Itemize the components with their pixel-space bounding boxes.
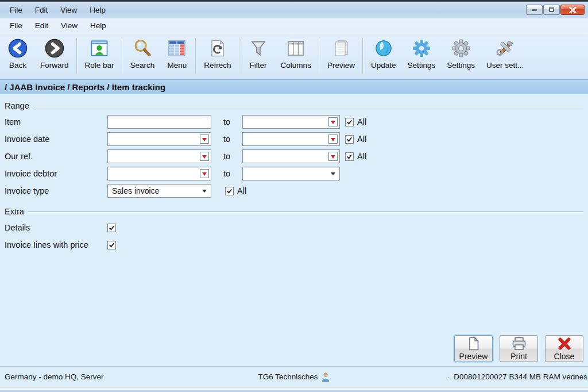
menu-file[interactable]: File (3, 2, 29, 18)
invoice-lines-checkbox[interactable] (107, 241, 116, 249)
menu-help[interactable]: Help (84, 18, 113, 33)
our-ref-row: Our ref. to All (5, 149, 583, 163)
extra-section-header: Extra (5, 206, 583, 217)
toolbar-separator (319, 38, 320, 74)
invoice-date-to-input[interactable] (242, 132, 340, 146)
toolbar-separator (239, 38, 240, 74)
menu-fdit[interactable]: Fdit (29, 2, 55, 18)
field-label: Invoice type (5, 186, 107, 195)
menu-edit[interactable]: Edit (29, 18, 55, 33)
section-divider (33, 106, 583, 106)
update-button[interactable]: Update (365, 36, 402, 75)
gray-gear-icon (450, 37, 472, 59)
section-title: Range (5, 101, 29, 110)
close-button[interactable]: Close (545, 335, 583, 362)
toolbar-label: Preview (327, 61, 355, 70)
invoice-debtor-to-dropdown[interactable] (242, 167, 340, 180)
check-icon (346, 119, 353, 125)
invoice-type-dropdown[interactable]: Sales invoice (107, 184, 211, 198)
app-window: File Fdit View Help File Edit View (0, 0, 588, 392)
field-label: Invoice date (5, 134, 107, 144)
item-to-input[interactable] (242, 115, 340, 129)
maximize-button[interactable] (543, 5, 560, 15)
titlebar: File Fdit View Help (0, 2, 588, 18)
magnifier-icon (131, 37, 153, 59)
printer-icon (512, 337, 527, 351)
minimize-dash-icon (532, 9, 537, 11)
forward-button[interactable]: Forward (34, 36, 75, 75)
toolbar-label: Settings (407, 61, 435, 70)
search-button[interactable]: Search (125, 36, 161, 75)
lookup-icon[interactable] (328, 134, 338, 144)
our-ref-from-input[interactable] (107, 149, 211, 163)
field-label: Invoice Iines with price (5, 240, 107, 249)
back-button[interactable]: Back (1, 36, 34, 75)
details-checkbox[interactable] (107, 224, 116, 232)
close-button-label: Close (554, 352, 575, 361)
preview-button[interactable]: Preview (454, 335, 493, 362)
refresh-button[interactable]: Refrech (198, 36, 237, 75)
invoice-type-row: Invoice type Sales invoice All (5, 184, 583, 198)
our-ref-to-input[interactable] (242, 149, 340, 163)
toolbar-label: Update (371, 61, 396, 70)
invoice-type-all-checkbox[interactable] (225, 187, 234, 195)
lookup-icon[interactable] (200, 134, 209, 144)
chevron-down-icon (331, 172, 335, 175)
settings-blue-button[interactable]: Settings (401, 36, 441, 75)
invoice-date-row: Invoice date to All (5, 132, 583, 146)
check-icon (109, 242, 115, 248)
invoice-type-value: Sales invoice (112, 186, 160, 195)
section-divider (28, 212, 583, 212)
item-from-input[interactable] (107, 115, 211, 129)
item-row: Item to All (5, 115, 583, 129)
print-button-label: Print (510, 352, 527, 361)
lookup-icon[interactable] (200, 152, 209, 161)
range-section-header: Range (5, 100, 583, 112)
preview-toolbar-button[interactable]: Preview (322, 36, 361, 75)
to-label: to (211, 169, 242, 178)
lookup-icon[interactable] (328, 117, 338, 126)
toolbar-label: Forward (40, 61, 69, 70)
status-system-text: D00801200027 B344 MB RAM vednes (454, 372, 587, 381)
status-separator-dot: · (447, 373, 449, 381)
tools-icon (494, 37, 516, 59)
filter-button[interactable]: Filter (242, 36, 275, 75)
invoice-debtor-from-input[interactable] (107, 167, 211, 180)
role-bar-person-icon (88, 37, 110, 59)
invoice-lines-row: Invoice Iines with price (5, 238, 583, 252)
to-label: to (211, 152, 242, 161)
lookup-icon[interactable] (200, 169, 209, 178)
close-window-button[interactable] (560, 5, 585, 15)
menu-view[interactable]: View (55, 18, 84, 33)
menu-view[interactable]: View (54, 2, 83, 18)
toolbar-label: Back (9, 61, 26, 70)
menu-button[interactable]: Menu (160, 36, 194, 75)
toolbar-label: User sett... (486, 61, 524, 70)
breadcrumb-text: / JAAB Invoice / Reports / Item tracking (5, 82, 165, 92)
invoice-date-all-checkbox[interactable] (345, 135, 354, 144)
our-ref-all-checkbox[interactable] (345, 152, 354, 161)
toolbar-label: Search (130, 61, 155, 70)
check-icon (346, 153, 353, 160)
settings-gray-button[interactable]: Settings (441, 36, 481, 75)
print-button[interactable]: Print (500, 335, 538, 362)
menu-help[interactable]: Help (83, 2, 112, 18)
breadcrumb: / JAAB Invoice / Reports / Item tracking (0, 79, 588, 94)
blue-gear-icon (411, 37, 432, 59)
user-settings-button[interactable]: User sett... (481, 36, 529, 75)
details-row: Details (5, 221, 583, 235)
columns-button[interactable]: Columns (275, 36, 317, 75)
to-label: to (211, 134, 242, 144)
toolbar-label: Settings (447, 61, 475, 70)
statusbar: Germany - demo HQ, Server TG6 Technische… (0, 366, 588, 387)
role-bar-button[interactable]: Role bar (79, 36, 120, 75)
lookup-icon[interactable] (328, 152, 338, 161)
menu-file[interactable]: File (3, 18, 29, 33)
status-user-name: TG6 Technisches (258, 372, 318, 381)
item-all-checkbox[interactable] (345, 118, 354, 126)
invoice-date-from-input[interactable] (107, 132, 211, 146)
minimize-button[interactable] (526, 5, 543, 15)
chevron-down-icon (202, 190, 207, 193)
menubar: File Edit View Help (0, 18, 588, 33)
toolbar-label: Role bar (85, 61, 114, 70)
